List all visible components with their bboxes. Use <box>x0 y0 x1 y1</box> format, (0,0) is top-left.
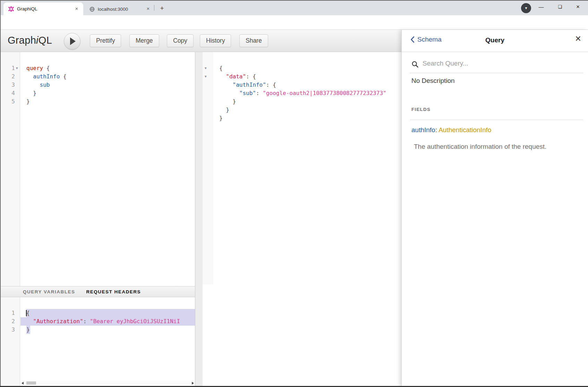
horizontal-scrollbar[interactable] <box>20 381 195 385</box>
result-fold-gutter: ▾ ▾ <box>203 52 213 284</box>
code-line[interactable]: } <box>20 326 195 334</box>
graphql-logo-icon <box>8 6 14 12</box>
code-line[interactable]: "data": { <box>213 72 401 81</box>
headers-editor-gutter: 123 <box>0 297 20 387</box>
field-row-authinfo: authInfo: AuthenticationInfo <box>411 126 491 134</box>
doc-title: Query <box>402 36 588 44</box>
line-number: 3 <box>0 326 15 334</box>
fold-arrow-icon[interactable]: ▾ <box>205 66 207 70</box>
search-icon <box>411 61 419 68</box>
headers-editor[interactable]: { "Authorization": "Bearer eyJhbGciOiJSU… <box>20 297 195 380</box>
window-close-button[interactable]: × <box>570 1 586 13</box>
fields-section-header: FIELDS <box>411 107 431 112</box>
code-line[interactable]: } <box>213 97 401 106</box>
code-line[interactable]: query { <box>20 64 195 72</box>
copy-button[interactable]: Copy <box>167 34 194 47</box>
tab-localhost[interactable]: localhost:3000 × <box>85 4 153 14</box>
tab-separator <box>154 5 154 11</box>
fold-arrow-icon[interactable]: ▾ <box>16 66 18 70</box>
code-line[interactable]: sub <box>20 81 195 89</box>
line-number: 2 <box>0 72 15 81</box>
doc-close-icon[interactable]: × <box>575 33 581 44</box>
field-type-link[interactable]: AuthenticationInfo <box>438 126 491 134</box>
tab-close-icon[interactable]: × <box>74 6 80 12</box>
pane-divider[interactable] <box>195 52 203 387</box>
code-line[interactable]: "authInfo": { <box>213 81 401 89</box>
window-frame-top <box>0 0 588 1</box>
doc-search-input[interactable] <box>422 59 576 68</box>
doc-explorer-header: Schema Query × <box>402 30 588 52</box>
doc-search[interactable] <box>402 58 588 73</box>
scrollbar-thumb[interactable] <box>26 381 36 385</box>
tab-graphiql[interactable]: GraphiQL × <box>3 2 83 15</box>
line-number: 4 <box>0 89 15 97</box>
line-number: 2 <box>0 317 15 326</box>
history-button[interactable]: History <box>200 34 231 47</box>
tab-close-icon[interactable]: × <box>145 6 151 12</box>
line-number: 5 <box>0 97 15 106</box>
field-name-link[interactable]: authInfo <box>411 126 435 134</box>
line-number: 3 <box>0 81 15 89</box>
code-line[interactable]: { <box>20 309 195 317</box>
query-editor-gutter: 12345 ▾ <box>0 52 20 286</box>
code-line[interactable]: } <box>213 106 401 114</box>
share-button[interactable]: Share <box>239 34 268 47</box>
query-editor[interactable]: query { authInfo { sub }} <box>20 52 195 286</box>
code-line[interactable]: { <box>213 64 401 72</box>
line-number: 1 <box>0 309 15 317</box>
tab-title: localhost:3000 <box>98 7 145 12</box>
scroll-left-arrow[interactable] <box>22 382 24 385</box>
code-line[interactable]: "sub": "google-oauth2|108377380082777232… <box>213 89 401 97</box>
new-tab-button[interactable]: + <box>157 4 167 13</box>
result-viewer[interactable]: { "data": { "authInfo": { "sub": "google… <box>213 52 401 284</box>
merge-button[interactable]: Merge <box>129 34 159 47</box>
line-number: 1 <box>0 64 15 72</box>
fields-divider <box>410 120 583 120</box>
code-line[interactable]: "Authorization": "Bearer eyJhbGciOiJSUzI… <box>20 317 195 326</box>
window-minimize-button[interactable]: — <box>534 1 549 13</box>
media-controls-button[interactable]: ▾ <box>521 3 531 13</box>
browser-toolbar: ← → localhost:3000 P + <box>0 15 588 30</box>
window-frame-left <box>0 0 1 387</box>
field-description: The authentication information of the re… <box>414 143 546 150</box>
window-maximize-button[interactable]: ❏ <box>552 1 568 13</box>
code-line[interactable]: authInfo { <box>20 72 195 81</box>
execute-query-button[interactable] <box>64 33 80 50</box>
code-line[interactable]: } <box>213 114 401 122</box>
tab-strip: GraphiQL × localhost:3000 × + ▾ — ❏ × <box>0 0 588 15</box>
scroll-right-arrow[interactable] <box>192 382 194 385</box>
tab-title: GraphiQL <box>17 6 74 11</box>
text-cursor <box>26 310 27 316</box>
secondary-editor-tabbar: QUERY VARIABLES REQUEST HEADERS <box>0 286 195 297</box>
doc-explorer-panel: Schema Query × No Description FIELDS aut… <box>401 30 588 387</box>
prettify-button[interactable]: Prettify <box>90 34 121 47</box>
globe-icon <box>90 7 95 12</box>
code-line[interactable]: } <box>20 89 195 97</box>
fold-arrow-icon[interactable]: ▾ <box>205 75 207 78</box>
play-icon <box>70 37 76 45</box>
tab-request-headers[interactable]: REQUEST HEADERS <box>86 289 141 294</box>
tab-query-variables[interactable]: QUERY VARIABLES <box>23 289 75 294</box>
text-selection <box>26 309 195 317</box>
browser-window: GraphiQL × localhost:3000 × + ▾ — ❏ × ← … <box>0 0 588 387</box>
search-underline <box>410 73 583 73</box>
code-line[interactable]: } <box>20 97 195 106</box>
graphiql-logo: GraphiQL <box>8 35 52 46</box>
no-description-text: No Description <box>411 77 455 85</box>
